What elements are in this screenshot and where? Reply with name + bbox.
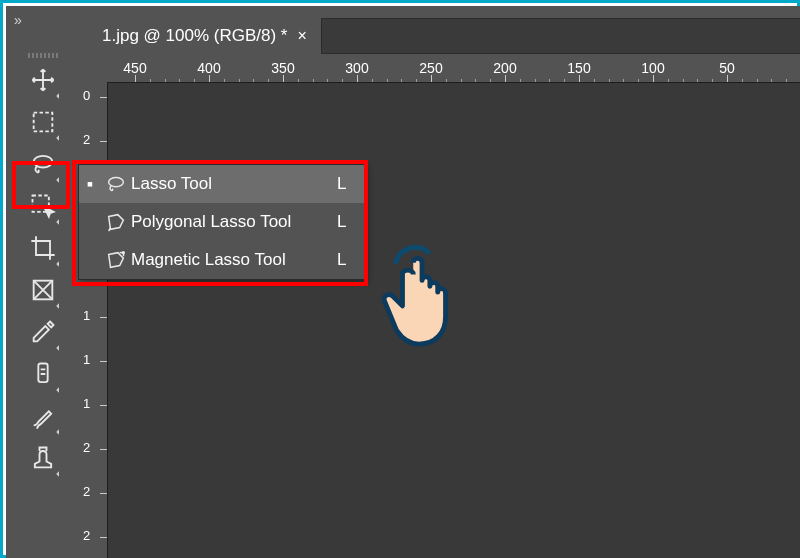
svg-rect-0	[34, 113, 53, 132]
ruler-horizontal[interactable]: 45040035030025020015010050	[107, 58, 800, 82]
svg-point-6	[122, 252, 124, 254]
flyout-item-polygonal-lasso[interactable]: Polygonal Lasso Tool L	[79, 203, 365, 241]
flyout-item-shortcut: L	[337, 250, 365, 270]
healing-brush-tool[interactable]	[22, 353, 64, 395]
brush-tool[interactable]	[22, 395, 64, 437]
lasso-icon	[101, 173, 131, 195]
frame-tool[interactable]	[22, 269, 64, 311]
ruler-vertical[interactable]: 02571111222	[81, 82, 107, 558]
lasso-flyout-menu: ▪ Lasso Tool L Polygonal Lasso Tool L Ma…	[78, 164, 366, 280]
flyout-item-label: Magnetic Lasso Tool	[131, 250, 337, 270]
document-tab-title: 1.jpg @ 100% (RGB/8) *	[102, 26, 287, 46]
toolbar	[22, 51, 64, 479]
app-window: » 1.jpg @ 100% (RGB/8) * ×	[6, 6, 800, 558]
screenshot-frame: » 1.jpg @ 100% (RGB/8) * ×	[0, 0, 800, 558]
hand-cursor-icon	[376, 244, 474, 358]
selected-dot-icon: ▪	[79, 174, 101, 195]
document-tab[interactable]: 1.jpg @ 100% (RGB/8) * ×	[88, 18, 322, 54]
close-icon[interactable]: ×	[297, 27, 306, 45]
flyout-item-magnetic-lasso[interactable]: Magnetic Lasso Tool L	[79, 241, 365, 279]
polygonal-lasso-icon	[101, 211, 131, 233]
flyout-item-shortcut: L	[337, 212, 365, 232]
expand-panels-chevron[interactable]: »	[14, 12, 22, 28]
lasso-tool[interactable]	[22, 143, 64, 185]
flyout-item-label: Polygonal Lasso Tool	[131, 212, 337, 232]
magnetic-lasso-icon	[101, 249, 131, 271]
flyout-item-label: Lasso Tool	[131, 174, 337, 194]
flyout-item-shortcut: L	[337, 174, 365, 194]
svg-rect-4	[38, 364, 47, 383]
eyedropper-tool[interactable]	[22, 311, 64, 353]
document-tab-bar: 1.jpg @ 100% (RGB/8) * ×	[88, 18, 800, 54]
crop-tool[interactable]	[22, 227, 64, 269]
clone-stamp-tool[interactable]	[22, 437, 64, 479]
marquee-tool[interactable]	[22, 101, 64, 143]
move-tool[interactable]	[22, 59, 64, 101]
quick-select-tool[interactable]	[22, 185, 64, 227]
flyout-item-lasso[interactable]: ▪ Lasso Tool L	[79, 165, 365, 203]
toolbar-grip[interactable]	[22, 51, 64, 59]
